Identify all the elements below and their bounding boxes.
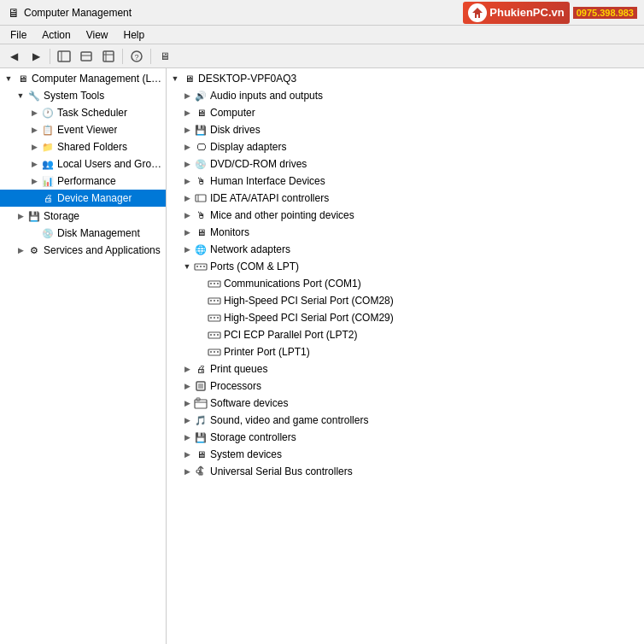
left-root[interactable]: ▼ 🖥 Computer Management (Local xyxy=(0,70,166,87)
right-audio[interactable]: ▶ 🔊 Audio inputs and outputs xyxy=(167,87,644,104)
right-lpt2[interactable]: PCI ECP Parallel Port (LPT2) xyxy=(167,326,644,343)
toolbar-monitor[interactable]: 🖥 xyxy=(155,47,175,66)
audio-label: Audio inputs and outputs xyxy=(210,90,323,102)
right-dvd[interactable]: ▶ 💿 DVD/CD-ROM drives xyxy=(167,155,644,173)
phone-block: 0975.398.983 xyxy=(573,7,637,19)
right-disk-drives[interactable]: ▶ 💾 Disk drives xyxy=(167,121,644,138)
expand-root: ▼ xyxy=(2,72,15,85)
disk-icon: 💾 xyxy=(194,123,208,137)
left-services[interactable]: ▶ ⚙ Services and Applications xyxy=(0,242,166,259)
expand-mice: ▶ xyxy=(180,208,194,222)
toolbar-btn2[interactable] xyxy=(76,47,97,66)
svg-text:?: ? xyxy=(134,53,138,61)
expand-dvd: ▶ xyxy=(180,157,194,171)
right-mice[interactable]: ▶ 🖱 Mice and other pointing devices xyxy=(167,207,644,224)
expand-network: ▶ xyxy=(180,243,194,256)
left-performance[interactable]: ▶ 📊 Performance xyxy=(0,173,166,190)
logo-name: PhukienPC.vn xyxy=(489,6,564,19)
right-network[interactable]: ▶ 🌐 Network adapters xyxy=(167,241,644,258)
ide-icon xyxy=(194,191,208,205)
monitors-icon: 🖥 xyxy=(194,225,208,239)
print-icon: 🖨 xyxy=(194,362,208,376)
expand-monitors: ▶ xyxy=(180,225,194,239)
right-computer[interactable]: ▶ 🖥 Computer xyxy=(167,104,644,121)
branding: PhukienPC.vn 0975.398.983 xyxy=(463,2,637,24)
mice-icon: 🖱 xyxy=(194,208,208,222)
lpt1-icon xyxy=(208,345,221,359)
right-com1[interactable]: Communications Port (COM1) xyxy=(167,275,644,292)
toolbar-back[interactable]: ◀ xyxy=(3,47,24,66)
right-usb[interactable]: ▶ Universal Serial Bus controllers xyxy=(167,463,644,480)
com1-icon xyxy=(208,277,221,290)
right-sound[interactable]: ▶ 🎵 Sound, video and game controllers xyxy=(167,412,644,429)
logo-icon xyxy=(468,3,487,22)
svg-point-30 xyxy=(217,334,219,336)
right-software[interactable]: ▶ Software devices xyxy=(167,395,644,412)
system-dev-label: System devices xyxy=(210,448,282,460)
left-task-scheduler[interactable]: ▶ 🕐 Task Scheduler xyxy=(0,104,166,121)
com1-label: Communications Port (COM1) xyxy=(224,278,361,290)
users-label: Local Users and Groups xyxy=(57,158,164,170)
hid-icon: 🖱 xyxy=(194,174,208,188)
audio-icon: 🔊 xyxy=(194,89,208,102)
expand-users: ▶ xyxy=(27,157,41,171)
right-lpt1[interactable]: Printer Port (LPT1) xyxy=(167,343,644,360)
menu-view[interactable]: View xyxy=(79,27,115,43)
right-root[interactable]: ▼ 🖥 DESKTOP-VPF0AQ3 xyxy=(167,70,644,87)
perf-icon: 📊 xyxy=(41,174,55,188)
left-local-users[interactable]: ▶ 👥 Local Users and Groups xyxy=(0,155,166,173)
display-icon: 🖵 xyxy=(194,140,208,154)
svg-rect-36 xyxy=(198,383,203,389)
menu-help[interactable]: Help xyxy=(117,27,152,43)
expand-event: ▶ xyxy=(27,123,41,137)
menu-file[interactable]: File xyxy=(3,27,33,43)
menu-bar: File Action View Help xyxy=(0,26,644,44)
services-icon: ⚙ xyxy=(27,243,41,257)
right-system-devices[interactable]: ▶ 🖥 System devices xyxy=(167,446,644,463)
right-print[interactable]: ▶ 🖨 Print queues xyxy=(167,360,644,378)
svg-point-26 xyxy=(217,317,219,319)
root-icon: 🖥 xyxy=(15,72,29,85)
svg-rect-0 xyxy=(58,51,70,61)
left-disk-mgmt[interactable]: 💿 Disk Management xyxy=(0,225,166,242)
left-system-tools[interactable]: ▼ 🔧 System Tools xyxy=(0,87,166,104)
display-label: Display adapters xyxy=(210,141,286,153)
cpu-label: Processors xyxy=(210,380,261,392)
ports-icon xyxy=(194,260,208,273)
expand-sound: ▶ xyxy=(180,413,194,427)
right-storage-ctrl[interactable]: ▶ 💾 Storage controllers xyxy=(167,429,644,446)
right-ide[interactable]: ▶ IDE ATA/ATAPI controllers xyxy=(167,190,644,207)
left-shared-folders[interactable]: ▶ 📁 Shared Folders xyxy=(0,138,166,155)
svg-point-20 xyxy=(210,300,212,302)
right-com28[interactable]: High-Speed PCI Serial Port (COM28) xyxy=(167,292,644,309)
right-panel: ▼ 🖥 DESKTOP-VPF0AQ3 ▶ 🔊 Audio inputs and… xyxy=(167,68,644,644)
toolbar-btn1[interactable] xyxy=(54,47,74,66)
toolbar-btn3[interactable] xyxy=(98,47,119,66)
left-storage[interactable]: ▶ 💾 Storage xyxy=(0,208,166,225)
event-icon: 📋 xyxy=(41,123,55,137)
svg-point-34 xyxy=(217,351,219,353)
software-icon xyxy=(194,396,208,410)
left-device-manager[interactable]: 🖨 Device Manager xyxy=(0,190,166,207)
svg-point-32 xyxy=(210,351,212,353)
menu-action[interactable]: Action xyxy=(35,27,77,43)
right-display[interactable]: ▶ 🖵 Display adapters xyxy=(167,138,644,155)
right-monitors[interactable]: ▶ 🖥 Monitors xyxy=(167,224,644,241)
expand-cpu: ▶ xyxy=(180,379,194,393)
right-hid[interactable]: ▶ 🖱 Human Interface Devices xyxy=(167,173,644,190)
toolbar-help[interactable]: ? xyxy=(126,47,147,66)
toolbar-forward[interactable]: ▶ xyxy=(26,47,46,66)
disk-mgmt-label: Disk Management xyxy=(57,227,140,239)
toolbar-sep2 xyxy=(122,49,123,64)
system-tools-label: System Tools xyxy=(44,90,104,102)
com28-label: High-Speed PCI Serial Port (COM28) xyxy=(224,295,394,307)
right-ports[interactable]: ▼ Ports (COM & LPT) xyxy=(167,258,644,275)
expand-system-dev: ▶ xyxy=(180,448,194,461)
right-processors[interactable]: ▶ Processors xyxy=(167,378,644,395)
computer-label: Computer xyxy=(210,107,255,119)
left-event-viewer[interactable]: ▶ 📋 Event Viewer xyxy=(0,121,166,138)
sound-label: Sound, video and game controllers xyxy=(210,414,368,426)
shared-icon: 📁 xyxy=(41,140,55,154)
right-com29[interactable]: High-Speed PCI Serial Port (COM29) xyxy=(167,309,644,326)
users-icon: 👥 xyxy=(41,157,55,171)
